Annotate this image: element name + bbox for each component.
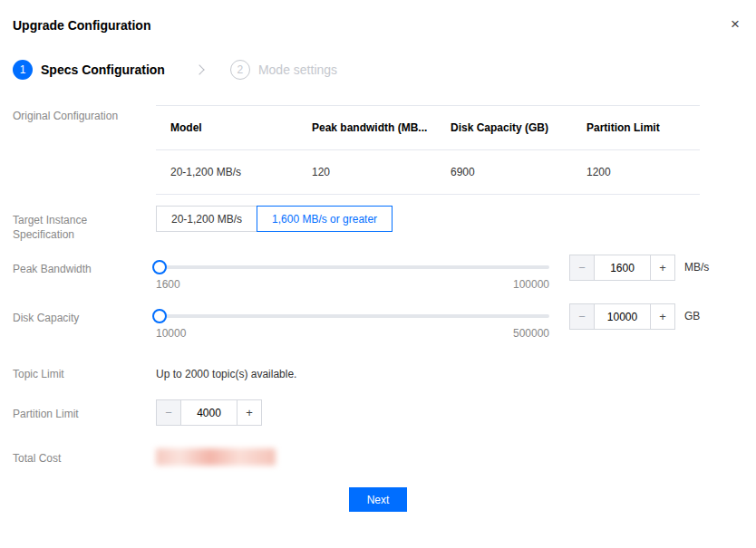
table-header-disk-capacity: Disk Capacity (GB) xyxy=(436,106,572,149)
stepper: 1 Specs Configuration 2 Mode settings xyxy=(13,60,756,80)
peak-bandwidth-stepper: − + xyxy=(569,255,675,281)
peak-bandwidth-plus-button[interactable]: + xyxy=(650,255,675,281)
target-instance-specification-label: Target Instance Specification xyxy=(0,195,156,242)
table-row: 20-1,200 MB/s 120 6900 1200 xyxy=(156,150,700,194)
topic-limit-row: Topic Limit Up to 2000 topic(s) availabl… xyxy=(0,363,756,381)
table-cell-disk-capacity: 6900 xyxy=(436,150,572,194)
step-2-circle: 2 xyxy=(230,60,250,80)
peak-bandwidth-row: Peak Bandwidth 1600 100000 − xyxy=(0,242,756,291)
partition-limit-row: Partition Limit − + xyxy=(0,399,756,426)
table-header-row: Model Peak bandwidth (MB... Disk Capacit… xyxy=(156,106,700,150)
disk-capacity-slider-handle[interactable] xyxy=(152,309,167,323)
original-configuration-row: Original Configuration Model Peak bandwi… xyxy=(0,105,756,195)
table-cell-partition-limit: 1200 xyxy=(572,150,700,194)
peak-bandwidth-slider: 1600 100000 xyxy=(156,255,549,291)
step-1-label: Specs Configuration xyxy=(41,62,165,77)
disk-capacity-label: Disk Capacity xyxy=(0,291,156,325)
peak-bandwidth-input[interactable] xyxy=(595,255,651,281)
total-cost-row: Total Cost xyxy=(0,447,756,466)
table-header-model: Model xyxy=(156,106,297,149)
table-cell-model: 20-1,200 MB/s xyxy=(156,150,297,194)
spec-option-1600-or-greater[interactable]: 1,600 MB/s or greater xyxy=(257,206,393,232)
step-2: 2 Mode settings xyxy=(230,60,337,80)
peak-bandwidth-slider-handle[interactable] xyxy=(152,260,167,274)
step-1-circle: 1 xyxy=(13,60,33,80)
dialog-footer: Next xyxy=(0,487,756,512)
table-cell-peak-bandwidth: 120 xyxy=(297,150,436,194)
partition-limit-input[interactable] xyxy=(181,399,237,426)
original-configuration-table: Model Peak bandwidth (MB... Disk Capacit… xyxy=(156,105,700,195)
peak-bandwidth-max-label: 100000 xyxy=(513,278,549,291)
upgrade-configuration-dialog: Upgrade Configuration × 1 Specs Configur… xyxy=(0,0,756,548)
disk-capacity-minus-button[interactable]: − xyxy=(569,303,595,330)
peak-bandwidth-slider-track[interactable] xyxy=(156,265,549,269)
disk-capacity-max-label: 500000 xyxy=(513,327,549,340)
partition-limit-minus-button[interactable]: − xyxy=(156,399,181,426)
original-configuration-label: Original Configuration xyxy=(0,105,156,123)
disk-capacity-plus-button[interactable]: + xyxy=(650,303,675,330)
topic-limit-label: Topic Limit xyxy=(0,363,156,381)
step-2-label: Mode settings xyxy=(258,62,337,77)
disk-capacity-stepper: − + xyxy=(569,303,675,330)
total-cost-label: Total Cost xyxy=(0,447,156,466)
spec-option-group: 20-1,200 MB/s 1,600 MB/s or greater xyxy=(156,206,712,232)
partition-limit-plus-button[interactable]: + xyxy=(237,399,262,426)
dialog-title: Upgrade Configuration xyxy=(13,18,150,33)
disk-capacity-min-label: 10000 xyxy=(156,327,186,340)
spec-option-20-1200[interactable]: 20-1,200 MB/s xyxy=(156,206,257,232)
peak-bandwidth-unit: MB/s xyxy=(684,261,709,274)
disk-capacity-unit: GB xyxy=(684,310,700,322)
dialog-header: Upgrade Configuration × xyxy=(0,0,756,33)
peak-bandwidth-min-label: 1600 xyxy=(156,278,180,291)
table-header-peak-bandwidth: Peak bandwidth (MB... xyxy=(297,106,436,149)
target-instance-specification-row: Target Instance Specification 20-1,200 M… xyxy=(0,195,756,242)
chevron-right-icon xyxy=(194,64,204,74)
table-header-partition-limit: Partition Limit xyxy=(572,106,700,149)
disk-capacity-input[interactable] xyxy=(595,303,651,330)
total-cost-redacted-value xyxy=(156,448,276,466)
peak-bandwidth-label: Peak Bandwidth xyxy=(0,242,156,276)
peak-bandwidth-minus-button[interactable]: − xyxy=(569,255,595,281)
step-1: 1 Specs Configuration xyxy=(13,60,165,80)
partition-limit-label: Partition Limit xyxy=(0,399,156,421)
partition-limit-stepper: − + xyxy=(156,399,712,426)
disk-capacity-slider-track[interactable] xyxy=(156,314,549,318)
topic-limit-text: Up to 2000 topic(s) available. xyxy=(156,363,712,381)
disk-capacity-slider: 10000 500000 xyxy=(156,303,549,340)
specs-form: Original Configuration Model Peak bandwi… xyxy=(0,105,756,512)
close-icon[interactable]: × xyxy=(731,16,740,32)
next-button[interactable]: Next xyxy=(349,487,407,512)
disk-capacity-row: Disk Capacity 10000 500000 − xyxy=(0,291,756,340)
